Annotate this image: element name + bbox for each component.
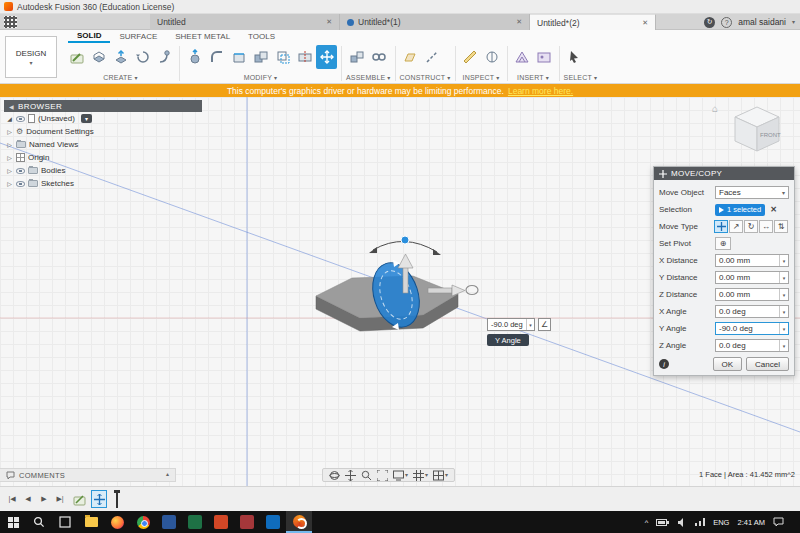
document-tab-1[interactable]: Untitled ✕ bbox=[150, 14, 340, 30]
task-view-button[interactable] bbox=[52, 511, 78, 533]
measure-icon[interactable] bbox=[460, 45, 481, 69]
fit-view-icon[interactable] bbox=[377, 470, 388, 481]
move-type-point-to-position-button[interactable]: ⇅ bbox=[774, 220, 788, 233]
chevron-down-icon[interactable]: ▾ bbox=[526, 319, 534, 330]
select-cursor-icon[interactable] bbox=[564, 45, 585, 69]
revolve-icon[interactable] bbox=[132, 45, 153, 69]
move-type-point-to-point-button[interactable]: ↔ bbox=[759, 220, 773, 233]
model-canvas[interactable]: ◀ BROWSER ◢ (Unsaved) ▾ ▷ ⚙ Document Set… bbox=[0, 97, 800, 486]
sweep-icon[interactable] bbox=[154, 45, 175, 69]
orbit-icon[interactable] bbox=[329, 470, 340, 481]
y-angle-input[interactable]: -90.0 deg▾ bbox=[715, 322, 789, 335]
close-tab-icon[interactable]: ✕ bbox=[642, 19, 648, 27]
construction-axis-icon[interactable] bbox=[422, 45, 443, 69]
taskbar-app-file-explorer[interactable] bbox=[78, 511, 104, 533]
clock[interactable]: 2:41 AM bbox=[737, 518, 765, 527]
battery-icon[interactable] bbox=[656, 519, 669, 526]
taskbar-app-fusion-360[interactable] bbox=[286, 511, 312, 533]
pan-icon[interactable] bbox=[345, 470, 356, 481]
create-sketch-icon[interactable] bbox=[66, 45, 87, 69]
x-angle-input[interactable]: 0.0 deg▾ bbox=[715, 305, 789, 318]
group-label-modify[interactable]: MODIFY▾ bbox=[184, 74, 337, 84]
browser-item-sketches[interactable]: ▷ Sketches bbox=[4, 177, 202, 190]
document-menu-badge[interactable]: ▾ bbox=[81, 114, 92, 123]
move-copy-tool-active[interactable] bbox=[316, 45, 337, 69]
speaker-icon[interactable] bbox=[677, 518, 687, 527]
browser-item-origin[interactable]: ▷ Origin bbox=[4, 151, 202, 164]
clear-selection-icon[interactable]: ✕ bbox=[770, 205, 777, 214]
learn-more-link[interactable]: Learn more here. bbox=[508, 86, 573, 96]
ok-button[interactable]: OK bbox=[713, 357, 743, 371]
fillet-icon[interactable] bbox=[206, 45, 227, 69]
workspace-selector[interactable]: DESIGN ▾ bbox=[5, 36, 57, 78]
start-button[interactable] bbox=[0, 511, 26, 533]
help-icon[interactable]: ? bbox=[721, 17, 732, 28]
taskbar-app-word[interactable] bbox=[156, 511, 182, 533]
job-status-icon[interactable]: ↻ bbox=[704, 17, 715, 28]
cancel-button[interactable]: Cancel bbox=[746, 357, 789, 371]
insert-mesh-icon[interactable] bbox=[512, 45, 533, 69]
go-to-start-button[interactable]: |◀ bbox=[5, 492, 19, 507]
offset-face-icon[interactable] bbox=[272, 45, 293, 69]
visibility-eye-icon[interactable] bbox=[16, 168, 25, 174]
z-angle-input[interactable]: 0.0 deg▾ bbox=[715, 339, 789, 352]
angle-value-input[interactable]: -90.0 deg ▾ bbox=[487, 318, 535, 331]
joint-icon[interactable] bbox=[368, 45, 389, 69]
browser-root-row[interactable]: ◢ (Unsaved) ▾ bbox=[4, 112, 202, 125]
visibility-eye-icon[interactable] bbox=[16, 116, 25, 122]
new-component-icon[interactable] bbox=[346, 45, 367, 69]
go-to-end-button[interactable]: ▶| bbox=[53, 492, 67, 507]
taskbar-app-access[interactable] bbox=[234, 511, 260, 533]
x-distance-input[interactable]: 0.00 mm▾ bbox=[715, 254, 789, 267]
network-icon[interactable] bbox=[695, 518, 705, 526]
collapse-panel-icon[interactable]: ◀ bbox=[9, 103, 14, 110]
close-tab-icon[interactable]: ✕ bbox=[516, 18, 522, 26]
chevron-down-icon[interactable]: ▾ bbox=[792, 19, 795, 25]
rotate-ring-handle[interactable] bbox=[466, 286, 478, 295]
taskbar-app-outlook[interactable] bbox=[260, 511, 286, 533]
viewcube-home-icon[interactable]: ⌂ bbox=[712, 103, 718, 114]
taskbar-app-chrome[interactable] bbox=[130, 511, 156, 533]
taskbar-app-firefox[interactable] bbox=[104, 511, 130, 533]
browser-item-document-settings[interactable]: ▷ ⚙ Document Settings bbox=[4, 125, 202, 138]
browser-item-named-views[interactable]: ▷ Named Views bbox=[4, 138, 202, 151]
selection-chip[interactable]: 1 selected bbox=[715, 204, 765, 216]
timeline-feature-sketch[interactable] bbox=[71, 490, 87, 508]
group-label-select[interactable]: SELECT▾ bbox=[564, 74, 598, 84]
taskbar-app-powerpoint[interactable] bbox=[208, 511, 234, 533]
group-label-assemble[interactable]: ASSEMBLE▾ bbox=[346, 74, 391, 84]
move-type-rotate-button[interactable]: ↻ bbox=[744, 220, 758, 233]
tree-collapsed-icon[interactable]: ▷ bbox=[6, 128, 13, 135]
document-tab-3-active[interactable]: Untitled*(2) ✕ bbox=[530, 14, 656, 30]
manipulator-top-point[interactable] bbox=[401, 236, 409, 244]
split-body-icon[interactable] bbox=[294, 45, 315, 69]
browser-header[interactable]: ◀ BROWSER bbox=[4, 100, 202, 112]
timeline-feature-move[interactable] bbox=[91, 490, 107, 508]
viewports-icon[interactable]: ▾ bbox=[433, 470, 448, 481]
tree-collapsed-icon[interactable]: ▷ bbox=[6, 154, 13, 161]
y-distance-input[interactable]: 0.00 mm▾ bbox=[715, 271, 789, 284]
tray-overflow-icon[interactable]: ^ bbox=[645, 518, 649, 527]
tab-surface[interactable]: SURFACE bbox=[110, 30, 166, 43]
taskbar-search-button[interactable] bbox=[26, 511, 52, 533]
zoom-icon[interactable] bbox=[361, 470, 372, 481]
browser-item-bodies[interactable]: ▷ Bodies bbox=[4, 164, 202, 177]
user-name[interactable]: amal saidani bbox=[738, 17, 786, 27]
move-type-free-move-button[interactable] bbox=[714, 220, 728, 233]
info-icon[interactable]: i bbox=[659, 359, 669, 369]
visibility-eye-icon[interactable] bbox=[16, 181, 25, 187]
viewcube[interactable]: FRONT bbox=[724, 101, 790, 157]
group-label-insert[interactable]: INSERT▾ bbox=[512, 74, 555, 84]
group-label-create[interactable]: CREATE▾ bbox=[66, 74, 175, 84]
grid-settings-icon[interactable]: ▾ bbox=[413, 470, 428, 481]
language-indicator[interactable]: ENG bbox=[713, 518, 729, 527]
tree-expand-icon[interactable]: ◢ bbox=[6, 115, 13, 122]
box-icon[interactable] bbox=[88, 45, 109, 69]
tree-collapsed-icon[interactable]: ▷ bbox=[6, 180, 13, 187]
display-settings-icon[interactable]: ▾ bbox=[393, 470, 408, 481]
combine-icon[interactable] bbox=[250, 45, 271, 69]
comments-bar[interactable]: COMMENTS ▾ bbox=[0, 468, 176, 482]
tree-collapsed-icon[interactable]: ▷ bbox=[6, 167, 13, 174]
extrude-icon[interactable] bbox=[110, 45, 131, 69]
expand-comments-icon[interactable]: ▾ bbox=[166, 472, 169, 478]
